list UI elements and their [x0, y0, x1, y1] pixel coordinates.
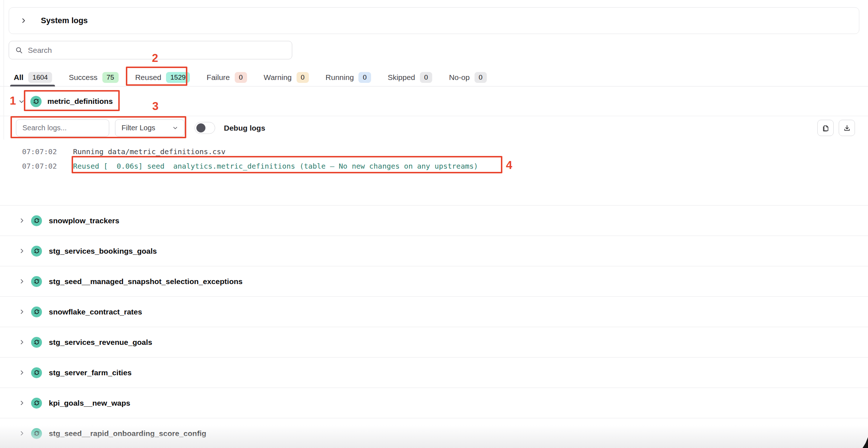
download-logs-button[interactable] — [839, 120, 855, 136]
list-item-name: stg_seed__managed_snapshot_selection_exc… — [49, 277, 243, 286]
sync-circular-arrows-icon — [31, 215, 42, 226]
tab-all[interactable]: All 1604 — [14, 69, 52, 86]
status-tabs: All 1604 Success 75 Reused 1529 Failure … — [0, 69, 868, 86]
system-logs-title: System logs — [41, 16, 88, 25]
log-timestamp: 07:07:02 — [22, 162, 57, 170]
tab-skipped[interactable]: Skipped 0 — [388, 69, 432, 86]
chevron-right-icon[interactable] — [19, 339, 25, 345]
debug-logs-toggle[interactable] — [195, 122, 215, 134]
debug-logs-label: Debug logs — [224, 124, 265, 132]
sync-circular-arrows-icon — [30, 96, 42, 107]
chevron-right-icon[interactable] — [19, 400, 25, 406]
list-item-stg_services_bookings_goals[interactable]: stg_services_bookings_goals — [0, 236, 868, 266]
list-item-name: kpi_goals__new_waps — [49, 399, 130, 407]
sync-circular-arrows-icon — [31, 337, 42, 348]
list-item-name: stg_services_revenue_goals — [49, 338, 152, 347]
chevron-right-icon[interactable] — [19, 430, 25, 436]
list-item-snowplow_trackers[interactable]: snowplow_trackers — [0, 205, 868, 236]
search-logs-placeholder: Search logs... — [22, 124, 67, 132]
tab-count-badge: 0 — [297, 72, 309, 83]
chevron-right-icon[interactable] — [19, 309, 25, 315]
list-item-name: stg_seed__rapid_onboarding_score_config — [49, 429, 206, 438]
tab-count-badge: 0 — [235, 72, 247, 83]
tab-running[interactable]: Running 0 — [326, 69, 371, 86]
tab-count-badge: 1529 — [166, 72, 190, 83]
sync-circular-arrows-icon — [31, 246, 42, 257]
chevron-right-icon[interactable] — [19, 278, 25, 284]
tab-label: Failure — [207, 73, 230, 82]
tab-count-badge: 0 — [420, 72, 433, 83]
download-tray-icon — [843, 124, 851, 132]
chevron-right-icon[interactable] — [20, 17, 27, 24]
list-item-stg_services_revenue_goals[interactable]: stg_services_revenue_goals — [0, 327, 868, 357]
tab-count-badge: 0 — [358, 72, 371, 83]
log-timestamp: 07:07:02 — [22, 147, 57, 156]
list-item-stg_server_farm_cities[interactable]: stg_server_farm_cities — [0, 357, 868, 388]
list-item-name: stg_server_farm_cities — [49, 368, 132, 377]
copy-document-icon — [822, 124, 830, 132]
tab-no-op[interactable]: No-op 0 — [449, 69, 487, 86]
chevron-down-icon — [173, 125, 178, 131]
tab-label: Warning — [264, 73, 292, 82]
sync-circular-arrows-icon — [31, 398, 42, 409]
tab-count-badge: 1604 — [28, 72, 52, 83]
search-logs-input[interactable]: Search logs... — [16, 119, 109, 136]
chevron-down-icon[interactable] — [18, 98, 25, 105]
tab-label: Running — [326, 73, 354, 82]
tab-label: All — [14, 73, 24, 82]
tab-label: Success — [69, 73, 97, 82]
tab-label: No-op — [449, 73, 469, 82]
tab-count-badge: 0 — [475, 72, 487, 83]
list-item-kpi_goals__new_waps[interactable]: kpi_goals__new_waps — [0, 388, 868, 418]
list-item-stg_seed__rapid_onboarding_score_config[interactable]: stg_seed__rapid_onboarding_score_config — [0, 418, 868, 448]
chevron-right-icon[interactable] — [19, 369, 25, 376]
expanded-item-name: metric_definitions — [47, 97, 113, 106]
tab-count-badge: 75 — [102, 72, 119, 83]
filter-logs-dropdown[interactable]: Filter Logs — [115, 119, 184, 136]
run-item-list: snowplow_trackers stg_services_bookings_… — [0, 205, 868, 448]
list-item-name: snowflake_contract_rates — [49, 308, 142, 316]
search-input[interactable]: Search — [9, 41, 292, 59]
log-line: 07:07:02 Reused [ 0.06s] seed analytics.… — [0, 159, 868, 173]
chevron-right-icon[interactable] — [19, 217, 25, 224]
tab-warning[interactable]: Warning 0 — [264, 69, 309, 86]
sync-circular-arrows-icon — [31, 307, 42, 317]
log-line: 07:07:02 Running data/metric_definitions… — [0, 144, 868, 159]
log-message: Reused [ 0.06s] seed analytics.metric_de… — [73, 162, 478, 170]
toggle-knob — [196, 123, 205, 132]
sync-circular-arrows-icon — [31, 276, 42, 287]
sync-circular-arrows-icon — [31, 367, 42, 378]
list-item-name: stg_services_bookings_goals — [49, 247, 157, 255]
log-output: 07:07:02 Running data/metric_definitions… — [0, 140, 868, 205]
chevron-right-icon[interactable] — [19, 248, 25, 254]
tab-failure[interactable]: Failure 0 — [207, 69, 247, 86]
search-placeholder: Search — [28, 46, 52, 55]
tab-label: Skipped — [388, 73, 415, 82]
tab-reused[interactable]: Reused 1529 — [135, 69, 190, 86]
list-item-stg_seed__managed_snapshot_selection_exceptions[interactable]: stg_seed__managed_snapshot_selection_exc… — [0, 266, 868, 296]
log-message: Running data/metric_definitions.csv — [73, 147, 225, 156]
tab-label: Reused — [135, 73, 161, 82]
expanded-item-metric-definitions[interactable]: metric_definitions — [0, 90, 868, 113]
copy-logs-button[interactable] — [817, 120, 834, 136]
tab-success[interactable]: Success 75 — [69, 69, 119, 86]
filter-logs-label: Filter Logs — [122, 124, 155, 132]
list-item-name: snowplow_trackers — [49, 216, 119, 225]
list-item-snowflake_contract_rates[interactable]: snowflake_contract_rates — [0, 296, 868, 327]
sync-circular-arrows-icon — [31, 428, 42, 439]
system-logs-header[interactable]: System logs — [9, 7, 859, 34]
log-toolbar: Search logs... Filter Logs Debug logs — [0, 116, 868, 140]
magnifier-icon — [15, 46, 23, 54]
